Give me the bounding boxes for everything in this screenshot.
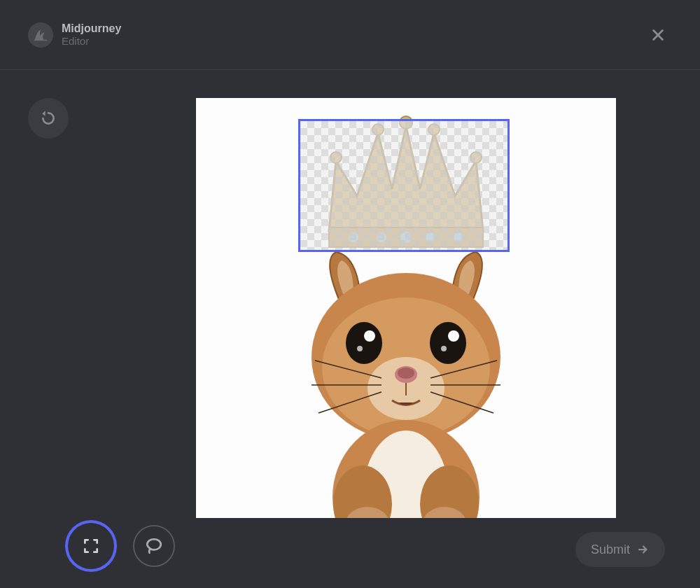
- logo-text: Midjourney Editor: [62, 22, 121, 48]
- svg-point-18: [441, 346, 447, 351]
- submit-button[interactable]: Submit: [575, 532, 665, 567]
- close-button[interactable]: [644, 21, 672, 49]
- app-title: Midjourney: [62, 22, 121, 35]
- lasso-icon: [145, 537, 163, 555]
- undo-icon: [39, 109, 57, 127]
- svg-point-21: [398, 368, 414, 379]
- logo-section: Midjourney Editor: [28, 22, 121, 48]
- canvas-area: Submit: [0, 70, 700, 588]
- editor-header: Midjourney Editor: [0, 0, 700, 70]
- undo-button[interactable]: [28, 98, 69, 139]
- svg-point-15: [364, 330, 375, 342]
- squirrel-artwork: [273, 245, 539, 518]
- tool-palette: [70, 525, 175, 567]
- submit-label: Submit: [591, 542, 630, 557]
- app-subtitle: Editor: [62, 35, 121, 48]
- svg-point-16: [448, 330, 459, 342]
- selection-rectangle[interactable]: [298, 119, 510, 252]
- svg-point-17: [357, 346, 363, 351]
- arrow-right-icon: [637, 543, 650, 556]
- rectangle-select-icon: [82, 537, 100, 555]
- svg-point-13: [346, 322, 382, 364]
- image-canvas[interactable]: [196, 98, 616, 518]
- rectangle-select-tool[interactable]: [70, 525, 112, 567]
- midjourney-logo-icon: [28, 22, 53, 48]
- lasso-tool[interactable]: [133, 525, 175, 567]
- svg-point-14: [430, 322, 466, 364]
- close-icon: [650, 27, 666, 43]
